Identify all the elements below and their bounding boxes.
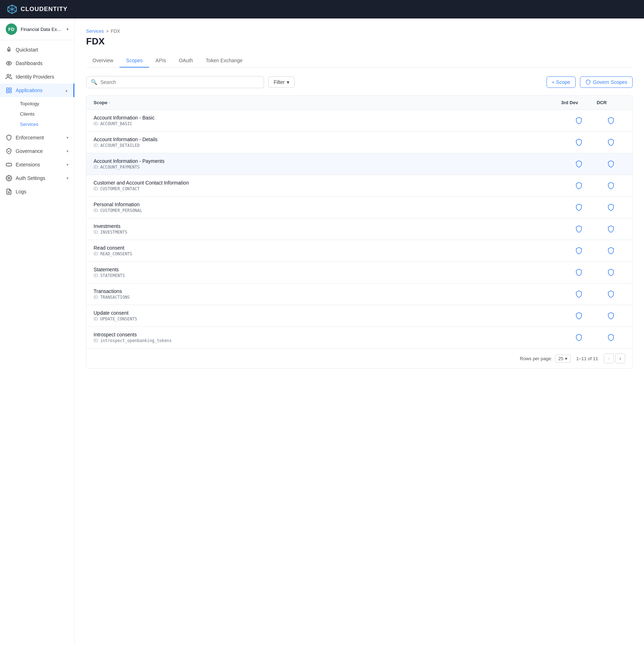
add-scope-button[interactable]: + Scope: [547, 76, 576, 88]
dcr-shield-icon: [607, 117, 615, 124]
rows-per-page-label: Rows per page:: [520, 356, 552, 361]
3rd-dev-cell[interactable]: [561, 182, 597, 190]
scope-cell: Introspect consents ID: introspect_openb…: [94, 332, 561, 343]
3rd-dev-cell[interactable]: [561, 225, 597, 233]
dcr-cell[interactable]: [597, 247, 625, 255]
govern-scopes-button[interactable]: Govern Scopes: [580, 76, 633, 88]
next-page-button[interactable]: ›: [615, 353, 625, 363]
tab-token-exchange[interactable]: Token Exchange: [199, 54, 249, 68]
scope-id: ID: introspect_openbanking_tokens: [94, 338, 561, 343]
scope-cell: Read consent ID: READ_CONSENTS: [94, 245, 561, 256]
tab-apis[interactable]: APIs: [149, 54, 173, 68]
logo-text: CLOUDENTITY: [21, 6, 68, 13]
sidebar-item-identity-providers[interactable]: Identity Providers: [0, 70, 74, 84]
sidebar-item-label-extensions: Extensions: [16, 162, 63, 167]
scope-name: Read consent: [94, 245, 561, 251]
sidebar-item-governance[interactable]: Governance ▾: [0, 144, 74, 158]
3rd-dev-shield-icon: [575, 117, 583, 124]
svg-rect-9: [6, 91, 8, 93]
tabs: Overview Scopes APIs OAuth Token Exchang…: [86, 54, 633, 68]
table-row[interactable]: Statements ID: STATEMENTS: [86, 262, 632, 283]
rows-per-page-selector[interactable]: 25 ▾: [555, 355, 570, 363]
scope-cell: Update consent ID: UPDATE_CONSENTS: [94, 310, 561, 321]
sidebar-item-label-quickstart: Quickstart: [16, 47, 69, 53]
logo: CLOUDENTITY: [7, 4, 68, 14]
search-box[interactable]: 🔍: [86, 76, 264, 88]
table-row[interactable]: Customer and Account Contact Information…: [86, 175, 632, 197]
sidebar-item-clients[interactable]: Clients: [16, 109, 74, 119]
3rd-dev-cell[interactable]: [561, 247, 597, 255]
3rd-dev-shield-icon: [575, 247, 583, 255]
scope-id: ID: TRANSACTIONS: [94, 295, 561, 300]
dcr-cell[interactable]: [597, 312, 625, 320]
users-icon: [6, 74, 12, 80]
dcr-cell[interactable]: [597, 138, 625, 146]
table-row[interactable]: Personal Information ID: CUSTOMER_PERSON…: [86, 197, 632, 218]
govern-scopes-label: Govern Scopes: [593, 79, 628, 85]
dcr-cell[interactable]: [597, 225, 625, 233]
3rd-dev-cell[interactable]: [561, 290, 597, 298]
previous-page-button[interactable]: ‹: [604, 353, 614, 363]
sidebar-item-applications[interactable]: Applications ▴: [0, 84, 74, 97]
table-row[interactable]: Update consent ID: UPDATE_CONSENTS: [86, 305, 632, 327]
3rd-dev-cell[interactable]: [561, 138, 597, 146]
sort-icon[interactable]: ↑: [109, 101, 111, 105]
table-row[interactable]: Transactions ID: TRANSACTIONS: [86, 283, 632, 305]
sidebar-item-logs[interactable]: Logs: [0, 185, 74, 198]
scope-name: Account Information - Details: [94, 137, 561, 142]
sidebar-item-extensions[interactable]: Extensions ▾: [0, 158, 74, 171]
3rd-dev-cell[interactable]: [561, 160, 597, 168]
sidebar-item-quickstart[interactable]: Quickstart: [0, 43, 74, 57]
table-row[interactable]: Investments ID: INVESTMENTS: [86, 218, 632, 240]
sidebar-item-enforcement[interactable]: Enforcement ▾: [0, 131, 74, 144]
sidebar-item-topology[interactable]: Topology: [16, 98, 74, 109]
table-row[interactable]: Read consent ID: READ_CONSENTS: [86, 240, 632, 262]
sidebar-item-services[interactable]: Services: [16, 119, 74, 129]
table-row[interactable]: Account Information - Payments ID: ACCOU…: [86, 153, 632, 175]
filter-button[interactable]: Filter ▾: [268, 76, 295, 88]
search-input[interactable]: [100, 79, 259, 85]
breadcrumb-parent[interactable]: Services: [86, 28, 104, 34]
rows-per-page-value: 25: [558, 356, 563, 361]
dcr-cell[interactable]: [597, 182, 625, 190]
dcr-cell[interactable]: [597, 160, 625, 168]
auth-settings-expand-icon: ▾: [67, 176, 69, 181]
scope-cell: Investments ID: INVESTMENTS: [94, 223, 561, 235]
scope-id: ID: CUSTOMER_CONTACT: [94, 186, 561, 191]
tab-scopes[interactable]: Scopes: [120, 54, 149, 68]
sidebar-item-label-applications: Applications: [16, 87, 62, 93]
dcr-cell[interactable]: [597, 117, 625, 124]
dcr-shield-icon: [607, 225, 615, 233]
dcr-cell[interactable]: [597, 203, 625, 211]
dcr-shield-icon: [607, 203, 615, 211]
dcr-cell[interactable]: [597, 334, 625, 341]
tab-overview[interactable]: Overview: [86, 54, 120, 68]
scope-name: Account Information - Basic: [94, 115, 561, 121]
tab-oauth[interactable]: OAuth: [173, 54, 200, 68]
scope-cell: Account Information - Payments ID: ACCOU…: [94, 158, 561, 170]
table-row[interactable]: Account Information - Basic ID: ACCOUNT_…: [86, 110, 632, 132]
3rd-dev-shield-icon: [575, 334, 583, 341]
sidebar-item-auth-settings[interactable]: Auth Settings ▾: [0, 171, 74, 185]
add-scope-label: + Scope: [552, 79, 570, 85]
table-row[interactable]: Account Information - Details ID: ACCOUN…: [86, 132, 632, 153]
scope-id: ID: STATEMENTS: [94, 273, 561, 278]
column-3rd-dev: 3rd Dev: [561, 100, 597, 105]
3rd-dev-cell[interactable]: [561, 334, 597, 341]
scope-cell: Account Information - Details ID: ACCOUN…: [94, 137, 561, 148]
scope-id: ID: UPDATE_CONSENTS: [94, 316, 561, 321]
3rd-dev-cell[interactable]: [561, 117, 597, 124]
scope-name: Personal Information: [94, 202, 561, 207]
table-row[interactable]: Introspect consents ID: introspect_openb…: [86, 327, 632, 348]
dcr-shield-icon: [607, 160, 615, 168]
dcr-cell[interactable]: [597, 268, 625, 276]
scope-id: ID: CUSTOMER_PERSONAL: [94, 208, 561, 213]
sidebar-item-label-enforcement: Enforcement: [16, 135, 63, 140]
rows-per-page-chevron-icon: ▾: [565, 356, 568, 361]
3rd-dev-cell[interactable]: [561, 268, 597, 276]
workspace-selector[interactable]: FD Financial Data Excha... ▾: [0, 18, 74, 40]
dcr-cell[interactable]: [597, 290, 625, 298]
sidebar-item-dashboards[interactable]: Dashboards: [0, 57, 74, 70]
3rd-dev-cell[interactable]: [561, 203, 597, 211]
3rd-dev-cell[interactable]: [561, 312, 597, 320]
